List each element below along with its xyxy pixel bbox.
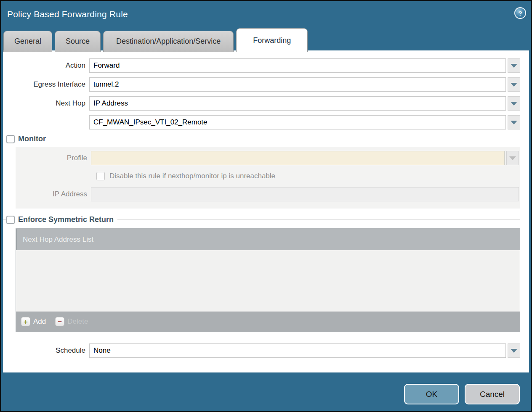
next-hop-address-list-table: Next Hop Address List + Add − Delete (16, 228, 520, 332)
plus-glyph: + (24, 318, 28, 325)
monitor-ip-label: IP Address (16, 190, 91, 198)
table-footer: + Add − Delete (16, 312, 520, 332)
chevron-down-icon (511, 349, 517, 353)
tab-destination-application-service[interactable]: Destination/Application/Service (103, 31, 234, 52)
chevron-down-icon (511, 121, 517, 124)
enforce-section-header: Enforce Symmetric Return (3, 215, 520, 224)
schedule-dropdown-button[interactable] (508, 343, 520, 358)
next-hop-address-select[interactable]: CF_MWAN_IPsec_VTI_02_Remote (89, 115, 506, 129)
action-combo: Forward (89, 58, 520, 73)
profile-label: Profile (16, 154, 91, 162)
egress-interface-dropdown-button[interactable] (508, 77, 520, 92)
monitor-ip-combo (91, 187, 519, 201)
action-label: Action (3, 61, 89, 70)
plus-icon: + (21, 317, 30, 326)
delete-button: − Delete (55, 317, 88, 326)
tab-general[interactable]: General (3, 31, 52, 52)
enforce-section-label: Enforce Symmetric Return (18, 215, 114, 224)
dialog-title: Policy Based Forwarding Rule (7, 9, 128, 19)
profile-select (91, 151, 505, 165)
schedule-select[interactable]: None (89, 343, 506, 358)
dialog-actions: OK Cancel (404, 384, 520, 404)
tab-source[interactable]: Source (55, 31, 101, 52)
tab-forwarding[interactable]: Forwarding (236, 28, 308, 52)
next-hop-select[interactable]: IP Address (89, 96, 506, 111)
add-button-label: Add (33, 317, 46, 326)
table-body-empty[interactable] (16, 250, 520, 312)
chevron-down-icon (511, 83, 517, 87)
action-dropdown-button[interactable] (508, 58, 520, 73)
chevron-down-icon (509, 156, 516, 160)
chevron-down-icon (511, 102, 517, 106)
schedule-row: Schedule None (3, 343, 520, 358)
dialog-window: Policy Based Forwarding Rule ? General S… (1, 1, 531, 411)
monitor-section-header: Monitor (3, 135, 520, 143)
ok-button[interactable]: OK (404, 384, 459, 404)
add-button[interactable]: + Add (21, 317, 46, 326)
monitor-panel: Profile Disable this rule if nexthop/mon… (16, 147, 520, 209)
enforce-symmetric-return-checkbox[interactable] (6, 216, 15, 224)
next-hop-address-dropdown-button[interactable] (508, 115, 520, 129)
next-hop-combo: IP Address (89, 96, 520, 111)
disable-rule-label: Disable this rule if nexthop/monitor ip … (109, 172, 275, 180)
chevron-down-icon (511, 64, 517, 68)
next-hop-address-row: CF_MWAN_IPsec_VTI_02_Remote (3, 115, 520, 129)
profile-dropdown-button (506, 151, 519, 165)
egress-interface-row: Egress Interface tunnel.2 (3, 77, 520, 92)
cancel-button[interactable]: Cancel (465, 384, 520, 404)
action-row: Action Forward (3, 58, 520, 73)
next-hop-dropdown-button[interactable] (508, 96, 520, 111)
table-header: Next Hop Address List (16, 229, 520, 250)
monitor-checkbox[interactable] (6, 135, 15, 143)
monitor-section-label: Monitor (18, 135, 46, 143)
next-hop-row: Next Hop IP Address (3, 96, 520, 111)
minus-glyph: − (58, 318, 62, 325)
help-icon[interactable]: ? (514, 7, 526, 19)
egress-interface-label: Egress Interface (3, 80, 89, 89)
schedule-combo: None (89, 343, 520, 358)
profile-combo (91, 151, 519, 165)
monitor-ip-input (91, 187, 519, 201)
profile-row: Profile (16, 151, 519, 165)
minus-icon: − (55, 317, 64, 326)
schedule-label: Schedule (3, 346, 89, 355)
next-hop-address-combo: CF_MWAN_IPsec_VTI_02_Remote (89, 115, 520, 129)
delete-button-label: Delete (67, 317, 88, 326)
monitor-ip-row: IP Address (16, 187, 519, 201)
egress-interface-select[interactable]: tunnel.2 (89, 77, 506, 92)
next-hop-label: Next Hop (3, 99, 89, 108)
egress-interface-combo: tunnel.2 (89, 77, 520, 92)
tab-bar: General Source Destination/Application/S… (3, 28, 529, 52)
forwarding-tab-panel: Action Forward Egress Interface tunnel.2… (3, 50, 529, 372)
action-select[interactable]: Forward (89, 58, 506, 73)
disable-rule-checkbox (96, 172, 105, 180)
disable-rule-row: Disable this rule if nexthop/monitor ip … (16, 172, 519, 180)
